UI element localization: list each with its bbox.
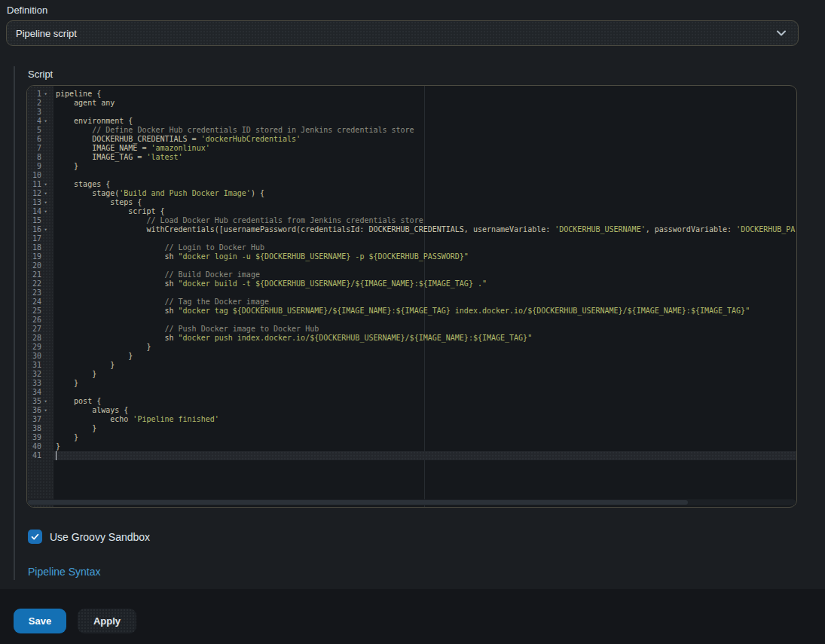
gutter-line-number: 7 [27,144,53,153]
definition-label: Definition [7,5,47,16]
gutter-line-number[interactable]: 13▾ [27,198,53,207]
code-line[interactable]: stages { [53,180,796,189]
gutter-line-number: 23 [27,288,53,298]
gutter-line-number: 19 [27,252,53,261]
gutter-line-number: 40 [27,442,53,451]
gutter-line-number: 37 [27,415,53,424]
save-button[interactable]: Save [14,609,66,633]
gutter-line-number: 8 [27,153,53,162]
code-line[interactable] [53,451,796,460]
gutter-line-number: 20 [27,261,53,270]
code-line[interactable] [53,261,796,270]
footer-bar: Save Apply [0,589,825,644]
sandbox-row: Use Groovy Sandbox [28,530,150,544]
horizontal-scrollbar[interactable] [28,499,796,505]
code-line[interactable] [53,388,796,397]
gutter-line-number: 5 [27,126,53,135]
gutter-line-number: 18 [27,243,53,252]
gutter-line-number[interactable]: 1▾ [27,90,53,99]
editor-code-area[interactable]: pipeline { agent any environment { // De… [53,86,796,507]
pipeline-syntax-link[interactable]: Pipeline Syntax [28,566,101,578]
gutter-line-number[interactable]: 35▾ [27,397,53,406]
gutter-line-number: 24 [27,298,53,307]
code-line[interactable]: script { [53,207,796,216]
gutter-line-number[interactable]: 36▾ [27,406,53,415]
code-line[interactable]: } [53,370,796,379]
code-line[interactable] [53,108,796,117]
code-line[interactable]: } [53,343,796,352]
code-line[interactable]: } [53,442,796,451]
gutter-line-number: 41 [27,451,53,460]
code-line[interactable] [53,171,796,180]
gutter-line-number[interactable]: 12▾ [27,189,53,198]
gutter-line-number: 27 [27,325,53,334]
code-line[interactable]: IMAGE_NAME = 'amazonlinux' [53,144,796,153]
gutter-line-number: 10 [27,171,53,180]
gutter-line-number: 26 [27,316,53,325]
code-line[interactable]: } [53,379,796,388]
gutter-line-number: 29 [27,343,53,352]
code-line[interactable]: sh "docker build -t ${DOCKERHUB_USERNAME… [53,279,796,288]
code-line[interactable]: } [53,424,796,433]
gutter-line-number: 38 [27,424,53,433]
code-line[interactable] [53,316,796,325]
gutter-line-number: 28 [27,334,53,343]
code-line[interactable]: agent any [53,99,796,108]
script-editor[interactable]: 1▾234▾567891011▾12▾13▾14▾1516▾1718192021… [26,85,797,508]
code-line[interactable]: } [53,352,796,361]
code-line[interactable]: IMAGE_TAG = 'latest' [53,153,796,162]
code-line[interactable]: stage('Build and Push Docker Image') { [53,189,796,198]
code-line[interactable]: // Build Docker image [53,270,796,279]
script-label: Script [28,69,53,80]
code-line[interactable]: DOCKERHUB_CREDENTIALS = 'dockerHubCreden… [53,135,796,144]
code-line[interactable]: sh "docker push index.docker.io/${DOCKER… [53,334,796,343]
code-line[interactable] [53,234,796,243]
code-line[interactable]: // Tag the Docker image [53,298,796,307]
definition-selected-value: Pipeline script [7,28,775,39]
code-line[interactable]: } [53,361,796,370]
gutter-line-number: 15 [27,216,53,225]
editor-gutter: 1▾234▾567891011▾12▾13▾14▾1516▾1718192021… [27,86,53,507]
section-indent-line [14,66,15,580]
gutter-line-number[interactable]: 16▾ [27,225,53,234]
code-line[interactable]: echo 'Pipeline finished' [53,415,796,424]
gutter-line-number: 31 [27,361,53,370]
gutter-line-number: 2 [27,99,53,108]
code-line[interactable]: // Push Docker image to Docker Hub [53,325,796,334]
gutter-line-number[interactable]: 11▾ [27,180,53,189]
code-line[interactable]: post { [53,397,796,406]
gutter-line-number: 17 [27,234,53,243]
definition-select[interactable]: Pipeline script [6,20,799,46]
code-line[interactable]: pipeline { [53,90,796,99]
gutter-line-number[interactable]: 14▾ [27,207,53,216]
pipeline-config-page: Definition Pipeline script Script 1▾234▾… [0,0,825,644]
code-line[interactable] [53,288,796,298]
gutter-line-number: 30 [27,352,53,361]
code-line[interactable]: withCredentials([usernamePassword(creden… [53,225,796,234]
code-line[interactable]: sh "docker tag ${DOCKERHUB_USERNAME}/${I… [53,307,796,316]
code-line[interactable]: // Load Docker Hub credentials from Jenk… [53,216,796,225]
checkmark-icon [30,532,40,542]
groovy-sandbox-label: Use Groovy Sandbox [50,531,150,543]
chevron-down-icon [775,27,787,39]
code-line[interactable]: sh "docker login -u ${DOCKERHUB_USERNAME… [53,252,796,261]
code-line[interactable]: // Login to Docker Hub [53,243,796,252]
gutter-line-number[interactable]: 4▾ [27,117,53,126]
apply-button[interactable]: Apply [78,609,136,633]
text-cursor [56,451,57,460]
code-line[interactable]: environment { [53,117,796,126]
code-line[interactable]: // Define Docker Hub credentials ID stor… [53,126,796,135]
gutter-line-number: 34 [27,388,53,397]
gutter-line-number: 25 [27,307,53,316]
gutter-line-number: 21 [27,270,53,279]
code-line[interactable]: } [53,162,796,171]
gutter-line-number: 9 [27,162,53,171]
code-line[interactable]: always { [53,406,796,415]
horizontal-scrollbar-thumb[interactable] [28,500,688,505]
code-line[interactable]: } [53,433,796,442]
code-line[interactable]: steps { [53,198,796,207]
gutter-line-number: 3 [27,108,53,117]
gutter-line-number: 39 [27,433,53,442]
groovy-sandbox-checkbox[interactable] [28,530,42,544]
gutter-line-number: 6 [27,135,53,144]
